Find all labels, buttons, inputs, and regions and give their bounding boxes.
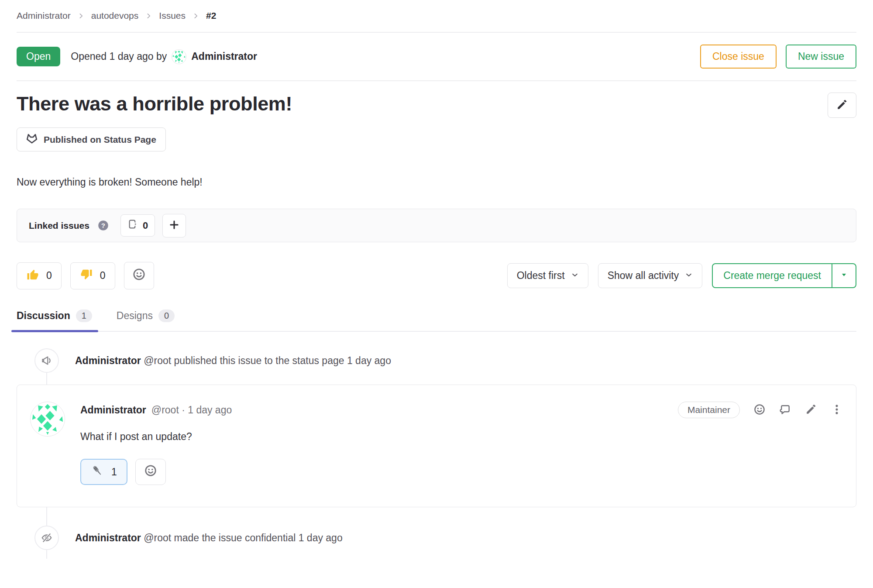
add-reaction-button[interactable] [124,262,154,289]
comment-reactions: 1 [80,459,843,485]
comment-bubble-icon [779,403,791,417]
divider [17,80,856,81]
sort-dropdown-label: Oldest first [517,270,565,282]
svg-text:?: ? [101,222,105,229]
system-note-body: @root made the issue confidential 1 day … [144,532,343,543]
linked-issues-label: Linked issues [29,220,89,231]
avatar[interactable] [172,49,186,64]
thumbs-down-emoji [80,268,93,284]
thumbs-up-count: 0 [46,270,52,282]
eye-slash-icon [34,526,59,550]
breadcrumb-item-administrator[interactable]: Administrator [17,10,71,21]
status-badge: Open [17,47,60,66]
tanuki-icon [26,133,38,146]
breadcrumb-item-issues[interactable]: Issues [159,10,186,21]
issue-description: Now everything is broken! Someone help! [17,176,856,188]
caret-down-icon [840,271,848,280]
kebab-menu-icon [831,403,843,417]
system-note-confidential: Administrator @root made the issue confi… [17,526,856,550]
opened-meta: Opened 1 day ago by Administrator [71,49,257,64]
close-issue-button[interactable]: Close issue [700,45,777,69]
smiley-icon [753,403,766,417]
thumbs-down-button[interactable]: 0 [70,262,115,289]
tab-discussion-count: 1 [76,309,92,322]
breadcrumb-item-issue-number: #2 [206,10,216,21]
create-merge-request-button[interactable]: Create merge request [713,264,832,287]
breadcrumb: Administrator autodevops Issues #2 [17,0,856,21]
create-merge-request-caret[interactable] [832,264,856,287]
thumbs-up-emoji [26,268,39,284]
chevron-right-icon [145,12,152,20]
comment-meta: @root · 1 day ago [151,404,232,416]
reply-in-thread-button[interactable] [779,403,791,417]
activity-filter-label: Show all activity [608,270,679,282]
tab-designs[interactable]: Designs 0 [117,309,175,331]
pencil-icon [805,403,817,417]
status-page-badge-label: Published on Status Page [44,134,156,145]
author-link[interactable]: Administrator [75,355,141,366]
comment-header: Administrator @root · 1 day ago Maintain… [80,402,843,418]
discussion-tabs: Discussion 1 Designs 0 [17,309,856,332]
linked-issues-section: Linked issues ? 0 [17,209,856,242]
tab-discussion-label: Discussion [17,310,70,322]
tab-discussion[interactable]: Discussion 1 [17,309,92,331]
issue-type-icon [127,219,138,232]
chevron-down-icon [571,270,579,282]
issue-status-bar: Open Opened 1 day ago by Administrator C… [17,33,856,80]
discussion-timeline: Administrator @root published this issue… [17,348,856,550]
thumbs-down-count: 0 [100,270,106,282]
breadcrumb-item-autodevops[interactable]: autodevops [91,10,139,21]
sort-dropdown[interactable]: Oldest first [507,263,588,288]
status-page-badge: Published on Status Page [17,127,166,151]
page-title: There was a horrible problem! [17,93,292,115]
comment-author-link[interactable]: Administrator [80,404,146,416]
smiley-plus-icon [132,268,146,284]
system-note-text: Administrator @root published this issue… [75,355,391,367]
thumbs-up-button[interactable]: 0 [17,262,62,289]
comment-add-reaction-button[interactable] [753,403,766,417]
edit-comment-button[interactable] [805,403,817,417]
chevron-right-icon [77,12,85,20]
comment-add-reaction-button-2[interactable] [135,459,166,485]
activity-filter-dropdown[interactable]: Show all activity [598,263,703,288]
role-badge: Maintainer [678,402,740,418]
system-note-text: Administrator @root made the issue confi… [75,532,343,544]
pencil-icon [836,99,848,112]
avatar[interactable] [30,402,65,437]
system-note-published: Administrator @root published this issue… [17,348,856,373]
create-merge-request-split-button: Create merge request [712,263,856,288]
add-linked-issue-button[interactable] [162,214,186,237]
help-icon[interactable]: ? [97,220,109,231]
edit-title-button[interactable] [828,93,856,118]
issue-page: Administrator autodevops Issues #2 Open … [0,0,873,550]
linked-issues-count: 0 [143,220,148,231]
author-link[interactable]: Administrator [75,532,141,543]
chevron-down-icon [685,270,693,282]
megaphone-icon [34,348,59,373]
smiley-plus-icon [144,464,157,480]
chevron-right-icon [192,12,199,20]
system-note-body: @root published this issue to the status… [144,355,391,366]
new-issue-button[interactable]: New issue [786,45,856,69]
comment-card: Administrator @root · 1 day ago Maintain… [17,385,856,507]
comment-body: What if I post an update? [80,431,843,443]
microphone-emoji [91,464,104,480]
opened-text: Opened 1 day ago by [71,51,167,62]
tab-designs-count: 0 [158,309,175,322]
author-link[interactable]: Administrator [191,51,257,62]
microphone-reaction-count: 1 [111,466,117,478]
microphone-reaction-button[interactable]: 1 [80,459,127,485]
awards-toolbar: 0 0 Oldest first Show all activity Creat… [17,262,856,289]
linked-issues-count-chip: 0 [120,214,155,237]
more-actions-button[interactable] [831,403,843,417]
tab-designs-label: Designs [117,310,153,322]
plus-icon [168,219,180,232]
